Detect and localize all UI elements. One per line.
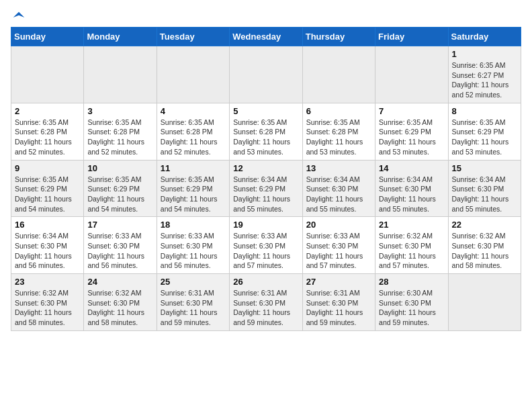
calendar-cell: 4Sunrise: 6:35 AM Sunset: 6:28 PM Daylig… (157, 103, 229, 160)
day-number: 3 (87, 106, 152, 116)
day-number: 12 (233, 163, 298, 173)
day-info: Sunrise: 6:31 AM Sunset: 6:30 PM Dayligh… (161, 288, 226, 328)
day-number: 11 (161, 163, 226, 173)
calendar-cell (375, 46, 448, 103)
day-info: Sunrise: 6:35 AM Sunset: 6:29 PM Dayligh… (452, 118, 517, 157)
calendar-cell (448, 274, 521, 331)
calendar-cell: 14Sunrise: 6:34 AM Sunset: 6:30 PM Dayli… (375, 160, 448, 217)
calendar-cell: 19Sunrise: 6:33 AM Sunset: 6:30 PM Dayli… (230, 217, 302, 274)
day-info: Sunrise: 6:33 AM Sunset: 6:30 PM Dayligh… (161, 231, 226, 271)
calendar-cell: 7Sunrise: 6:35 AM Sunset: 6:29 PM Daylig… (375, 103, 448, 160)
calendar-cell: 3Sunrise: 6:35 AM Sunset: 6:28 PM Daylig… (84, 103, 157, 160)
calendar-cell: 27Sunrise: 6:31 AM Sunset: 6:30 PM Dayli… (302, 274, 375, 331)
day-info: Sunrise: 6:35 AM Sunset: 6:27 PM Dayligh… (452, 60, 517, 100)
week-row-4: 16Sunrise: 6:34 AM Sunset: 6:30 PM Dayli… (11, 217, 521, 274)
day-info: Sunrise: 6:32 AM Sunset: 6:30 PM Dayligh… (87, 288, 152, 328)
day-info: Sunrise: 6:33 AM Sunset: 6:30 PM Dayligh… (233, 231, 298, 271)
calendar-cell: 18Sunrise: 6:33 AM Sunset: 6:30 PM Dayli… (157, 217, 229, 274)
day-number: 18 (161, 220, 226, 230)
day-number: 22 (452, 220, 517, 230)
day-info: Sunrise: 6:35 AM Sunset: 6:28 PM Dayligh… (306, 118, 371, 157)
calendar-cell: 21Sunrise: 6:32 AM Sunset: 6:30 PM Dayli… (375, 217, 448, 274)
calendar-cell: 8Sunrise: 6:35 AM Sunset: 6:29 PM Daylig… (448, 103, 521, 160)
weekday-header-thursday: Thursday (302, 28, 375, 46)
week-row-3: 9Sunrise: 6:35 AM Sunset: 6:29 PM Daylig… (11, 160, 521, 217)
calendar-cell: 22Sunrise: 6:32 AM Sunset: 6:30 PM Dayli… (448, 217, 521, 274)
day-number: 14 (379, 163, 444, 173)
calendar-cell: 17Sunrise: 6:33 AM Sunset: 6:30 PM Dayli… (84, 217, 157, 274)
day-info: Sunrise: 6:34 AM Sunset: 6:30 PM Dayligh… (15, 231, 80, 271)
week-row-2: 2Sunrise: 6:35 AM Sunset: 6:28 PM Daylig… (11, 103, 521, 160)
logo (11, 11, 26, 21)
calendar-cell: 2Sunrise: 6:35 AM Sunset: 6:28 PM Daylig… (11, 103, 84, 160)
day-number: 10 (87, 163, 152, 173)
day-info: Sunrise: 6:33 AM Sunset: 6:30 PM Dayligh… (306, 231, 371, 271)
day-number: 8 (452, 106, 517, 116)
logo-icon (12, 11, 26, 24)
calendar-cell: 23Sunrise: 6:32 AM Sunset: 6:30 PM Dayli… (11, 274, 84, 331)
day-number: 28 (379, 277, 444, 287)
week-row-1: 1Sunrise: 6:35 AM Sunset: 6:27 PM Daylig… (11, 46, 521, 103)
calendar-cell (230, 46, 302, 103)
day-number: 26 (233, 277, 298, 287)
day-number: 16 (15, 220, 80, 230)
weekday-header-row: SundayMondayTuesdayWednesdayThursdayFrid… (11, 28, 521, 46)
calendar-cell: 26Sunrise: 6:31 AM Sunset: 6:30 PM Dayli… (230, 274, 302, 331)
day-number: 24 (87, 277, 152, 287)
calendar-cell: 15Sunrise: 6:34 AM Sunset: 6:30 PM Dayli… (448, 160, 521, 217)
day-number: 5 (233, 106, 298, 116)
day-info: Sunrise: 6:34 AM Sunset: 6:30 PM Dayligh… (379, 175, 444, 214)
calendar-cell: 24Sunrise: 6:32 AM Sunset: 6:30 PM Dayli… (84, 274, 157, 331)
day-number: 19 (233, 220, 298, 230)
day-number: 1 (452, 49, 517, 59)
calendar-cell (11, 46, 84, 103)
weekday-header-wednesday: Wednesday (230, 28, 302, 46)
calendar-cell: 1Sunrise: 6:35 AM Sunset: 6:27 PM Daylig… (448, 46, 521, 103)
calendar-cell (157, 46, 229, 103)
calendar-cell: 6Sunrise: 6:35 AM Sunset: 6:28 PM Daylig… (302, 103, 375, 160)
day-info: Sunrise: 6:31 AM Sunset: 6:30 PM Dayligh… (233, 288, 298, 328)
day-number: 15 (452, 163, 517, 173)
weekday-header-monday: Monday (84, 28, 157, 46)
day-info: Sunrise: 6:35 AM Sunset: 6:29 PM Dayligh… (15, 175, 80, 214)
day-info: Sunrise: 6:31 AM Sunset: 6:30 PM Dayligh… (306, 288, 371, 328)
calendar-cell (302, 46, 375, 103)
day-info: Sunrise: 6:34 AM Sunset: 6:30 PM Dayligh… (306, 175, 371, 214)
day-info: Sunrise: 6:33 AM Sunset: 6:30 PM Dayligh… (87, 231, 152, 271)
day-number: 2 (15, 106, 80, 116)
svg-marker-0 (13, 12, 25, 17)
day-info: Sunrise: 6:35 AM Sunset: 6:28 PM Dayligh… (161, 118, 226, 157)
calendar-cell: 25Sunrise: 6:31 AM Sunset: 6:30 PM Dayli… (157, 274, 229, 331)
calendar-cell: 11Sunrise: 6:35 AM Sunset: 6:29 PM Dayli… (157, 160, 229, 217)
day-info: Sunrise: 6:32 AM Sunset: 6:30 PM Dayligh… (452, 231, 517, 271)
calendar-cell: 10Sunrise: 6:35 AM Sunset: 6:29 PM Dayli… (84, 160, 157, 217)
day-info: Sunrise: 6:35 AM Sunset: 6:28 PM Dayligh… (15, 118, 80, 157)
day-number: 13 (306, 163, 371, 173)
day-number: 17 (87, 220, 152, 230)
day-info: Sunrise: 6:35 AM Sunset: 6:29 PM Dayligh… (87, 175, 152, 214)
calendar-cell: 16Sunrise: 6:34 AM Sunset: 6:30 PM Dayli… (11, 217, 84, 274)
weekday-header-saturday: Saturday (448, 28, 521, 46)
day-number: 23 (15, 277, 80, 287)
day-number: 4 (161, 106, 226, 116)
calendar-cell: 13Sunrise: 6:34 AM Sunset: 6:30 PM Dayli… (302, 160, 375, 217)
day-number: 21 (379, 220, 444, 230)
page-header (11, 11, 521, 21)
week-row-5: 23Sunrise: 6:32 AM Sunset: 6:30 PM Dayli… (11, 274, 521, 331)
weekday-header-sunday: Sunday (11, 28, 84, 46)
day-info: Sunrise: 6:30 AM Sunset: 6:30 PM Dayligh… (379, 288, 444, 328)
day-number: 20 (306, 220, 371, 230)
calendar-cell: 20Sunrise: 6:33 AM Sunset: 6:30 PM Dayli… (302, 217, 375, 274)
calendar-cell: 12Sunrise: 6:34 AM Sunset: 6:29 PM Dayli… (230, 160, 302, 217)
calendar-cell: 9Sunrise: 6:35 AM Sunset: 6:29 PM Daylig… (11, 160, 84, 217)
day-info: Sunrise: 6:35 AM Sunset: 6:28 PM Dayligh… (87, 118, 152, 157)
day-info: Sunrise: 6:35 AM Sunset: 6:28 PM Dayligh… (233, 118, 298, 157)
day-info: Sunrise: 6:32 AM Sunset: 6:30 PM Dayligh… (379, 231, 444, 271)
day-number: 6 (306, 106, 371, 116)
day-number: 27 (306, 277, 371, 287)
calendar-cell (84, 46, 157, 103)
weekday-header-friday: Friday (375, 28, 448, 46)
day-info: Sunrise: 6:35 AM Sunset: 6:29 PM Dayligh… (161, 175, 226, 214)
day-number: 25 (161, 277, 226, 287)
calendar-cell: 5Sunrise: 6:35 AM Sunset: 6:28 PM Daylig… (230, 103, 302, 160)
